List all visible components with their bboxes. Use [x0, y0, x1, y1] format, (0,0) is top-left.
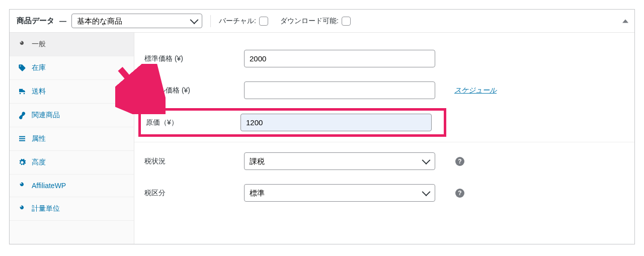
- row-regular-price: 標準価格 (¥): [144, 43, 624, 74]
- downloadable-checkbox[interactable]: [342, 17, 351, 26]
- row-tax-status: 税状況 課税 ?: [144, 145, 624, 177]
- tab-label: AffiliateWP: [32, 182, 66, 190]
- virtual-label: バーチャル:: [219, 17, 256, 26]
- virtual-checkbox[interactable]: [259, 17, 268, 26]
- row-cost-highlighted: 原価（¥）: [138, 108, 446, 137]
- tab-inventory[interactable]: 在庫: [10, 56, 134, 80]
- row-sale-price: セール価格 (¥) スケジュール: [144, 74, 624, 106]
- truck-icon: [18, 88, 27, 96]
- tab-label: 高度: [32, 158, 46, 167]
- tab-linked-products[interactable]: 関連商品: [10, 104, 134, 127]
- panel-header: 商品データ — 基本的な商品 バーチャル: ダウンロード可能:: [10, 10, 634, 33]
- title-dash: —: [59, 17, 66, 25]
- tag-icon: [18, 64, 27, 72]
- regular-price-input[interactable]: [244, 50, 435, 67]
- tab-label: 計量単位: [32, 204, 60, 213]
- divider: [134, 142, 634, 142]
- tax-status-select[interactable]: 課税: [244, 152, 435, 170]
- svg-rect-0: [19, 136, 25, 137]
- tab-attributes[interactable]: 属性: [10, 127, 134, 151]
- wrench-icon: [18, 205, 27, 213]
- collapse-toggle-icon[interactable]: [622, 19, 628, 23]
- svg-rect-2: [19, 140, 25, 141]
- product-type-select[interactable]: 基本的な商品: [71, 14, 202, 28]
- list-icon: [18, 135, 27, 143]
- help-icon[interactable]: ?: [455, 189, 464, 198]
- tax-status-label: 税状況: [144, 157, 230, 166]
- product-data-panel: 商品データ — 基本的な商品 バーチャル: ダウンロード可能: 一般: [9, 9, 635, 244]
- schedule-link[interactable]: スケジュール: [454, 86, 497, 95]
- cost-input[interactable]: [240, 114, 432, 131]
- gear-icon: [18, 158, 27, 166]
- row-tax-class: 税区分 標準 ?: [144, 177, 624, 209]
- tab-unit[interactable]: 計量単位: [10, 197, 134, 221]
- sale-price-input[interactable]: [244, 81, 435, 99]
- downloadable-label: ダウンロード可能:: [280, 17, 339, 26]
- tab-shipping[interactable]: 送料: [10, 80, 134, 104]
- divider: [210, 15, 211, 27]
- tab-label: 関連商品: [32, 111, 60, 120]
- wrench-icon: [18, 182, 27, 190]
- sale-price-label: セール価格 (¥): [144, 86, 230, 95]
- cost-label: 原価（¥）: [146, 118, 226, 127]
- svg-rect-1: [19, 138, 25, 139]
- tab-affiliatewp[interactable]: AffiliateWP: [10, 175, 134, 197]
- help-icon[interactable]: ?: [455, 157, 464, 166]
- tax-class-label: 税区分: [144, 189, 230, 198]
- tab-content-general: 標準価格 (¥) セール価格 (¥) スケジュール 原価（¥） 税状況 課税: [134, 33, 634, 244]
- link-icon: [18, 111, 27, 119]
- tab-label: 属性: [32, 134, 46, 143]
- panel-body: 一般 在庫 送料 関連商品: [10, 33, 634, 244]
- tab-label: 一般: [32, 40, 46, 49]
- panel-title: 商品データ: [17, 16, 54, 26]
- tab-advanced[interactable]: 高度: [10, 151, 134, 175]
- product-data-tabs: 一般 在庫 送料 関連商品: [10, 33, 134, 244]
- tab-label: 在庫: [32, 63, 46, 72]
- tab-general[interactable]: 一般: [10, 33, 134, 56]
- wrench-icon: [18, 40, 27, 48]
- regular-price-label: 標準価格 (¥): [144, 54, 230, 63]
- tab-label: 送料: [32, 87, 46, 96]
- tax-class-select[interactable]: 標準: [244, 184, 435, 202]
